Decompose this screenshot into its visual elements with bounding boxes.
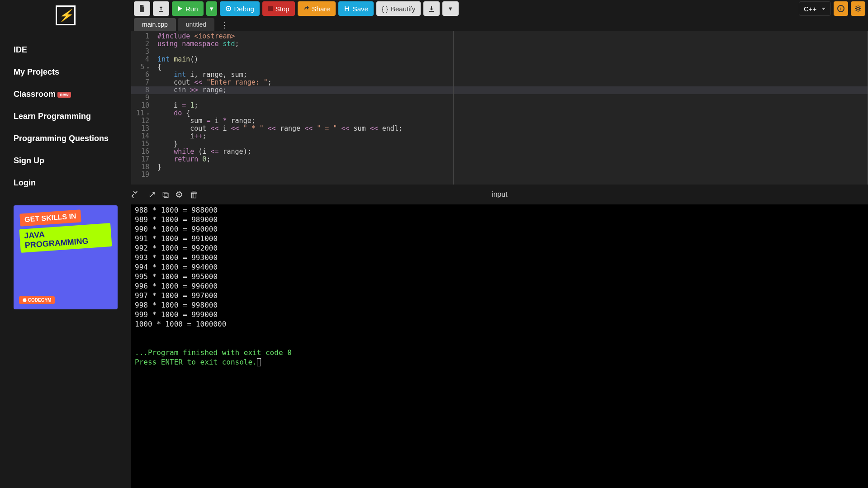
file-icon (139, 5, 145, 12)
nav-item-learn-programming[interactable]: Learn Programming (14, 105, 131, 128)
promo-line2: JAVA PROGRAMMING (19, 223, 112, 253)
output-settings-icon[interactable]: ⚙ (175, 189, 183, 200)
main: Run ▾ Debug Stop Share Save { } Beautify… (131, 0, 868, 488)
promo-line1: GET SKILLS IN (19, 209, 81, 226)
debug-button[interactable]: Debug (220, 1, 260, 16)
tab-menu-icon[interactable]: ⋮ (216, 19, 233, 31)
collapse-chevrons[interactable]: ⌄ ‹ (131, 187, 139, 199)
input-label: input (492, 190, 508, 199)
gutter: 12345678910111213141516171819 (131, 31, 154, 185)
copy-icon[interactable]: ⧉ (162, 190, 169, 200)
svg-point-7 (857, 7, 859, 10)
nav: IDEMy ProjectsClassroomnewLearn Programm… (0, 39, 131, 194)
share-button[interactable]: Share (298, 1, 336, 16)
share-icon (303, 5, 309, 12)
cursor (257, 358, 261, 366)
expand-icon[interactable]: ⤢ (148, 189, 156, 200)
svg-rect-4 (346, 9, 348, 11)
save-button[interactable]: Save (338, 1, 374, 16)
svg-point-1 (228, 8, 229, 9)
nav-item-sign-up[interactable]: Sign Up (14, 150, 131, 172)
download-dropdown[interactable]: ▾ (442, 1, 459, 16)
gear-icon (854, 5, 862, 12)
beautify-button[interactable]: { } Beautify (376, 1, 421, 16)
clear-icon[interactable]: 🗑 (190, 190, 199, 200)
nav-item-my-projects[interactable]: My Projects (14, 61, 131, 83)
code-editor[interactable]: 12345678910111213141516171819 #include <… (131, 31, 868, 185)
sidebar: ⚡ IDEMy ProjectsClassroomnewLearn Progra… (0, 0, 131, 488)
debug-icon (225, 5, 232, 12)
settings-button[interactable] (851, 1, 865, 16)
new-file-button[interactable] (134, 1, 150, 16)
stop-button[interactable]: Stop (262, 1, 295, 16)
language-select[interactable]: C++ (799, 1, 831, 16)
logo-icon[interactable]: ⚡ (56, 5, 76, 25)
download-button[interactable] (423, 1, 440, 16)
nav-item-ide[interactable]: IDE (14, 39, 131, 61)
console-output[interactable]: 988 * 1000 = 988000 989 * 1000 = 989000 … (131, 204, 868, 488)
output-toolbar: ⌄ ‹ ⤢ ⧉ ⚙ 🗑 input (131, 185, 868, 204)
tab-untitled[interactable]: untitled (178, 18, 214, 31)
code-content[interactable]: #include <iostream>using namespace std;i… (154, 31, 868, 185)
svg-rect-2 (268, 6, 273, 11)
tabs: main.cppuntitled⋮ (131, 17, 868, 31)
info-icon: i (837, 5, 844, 12)
promo-banner[interactable]: GET SKILLS IN JAVA PROGRAMMING ⬣ CODEGYM (14, 205, 118, 309)
svg-text:i: i (840, 6, 841, 11)
nav-item-login[interactable]: Login (14, 172, 131, 194)
download-icon (428, 5, 435, 12)
nav-item-classroom[interactable]: Classroomnew (14, 83, 131, 105)
promo-brand: ⬣ CODEGYM (19, 296, 55, 304)
play-icon (177, 6, 183, 11)
run-dropdown[interactable]: ▾ (206, 1, 217, 16)
tab-main-cpp[interactable]: main.cpp (134, 18, 176, 31)
info-button[interactable]: i (834, 1, 848, 16)
svg-rect-3 (346, 6, 348, 8)
toolbar: Run ▾ Debug Stop Share Save { } Beautify… (131, 0, 868, 17)
badge-new: new (57, 92, 71, 98)
stop-icon (268, 6, 273, 11)
upload-icon (158, 5, 164, 12)
nav-item-programming-questions[interactable]: Programming Questions (14, 128, 131, 150)
run-button[interactable]: Run (172, 1, 204, 16)
save-icon (344, 5, 350, 12)
braces-icon: { } (382, 5, 388, 13)
upload-button[interactable] (153, 1, 169, 16)
